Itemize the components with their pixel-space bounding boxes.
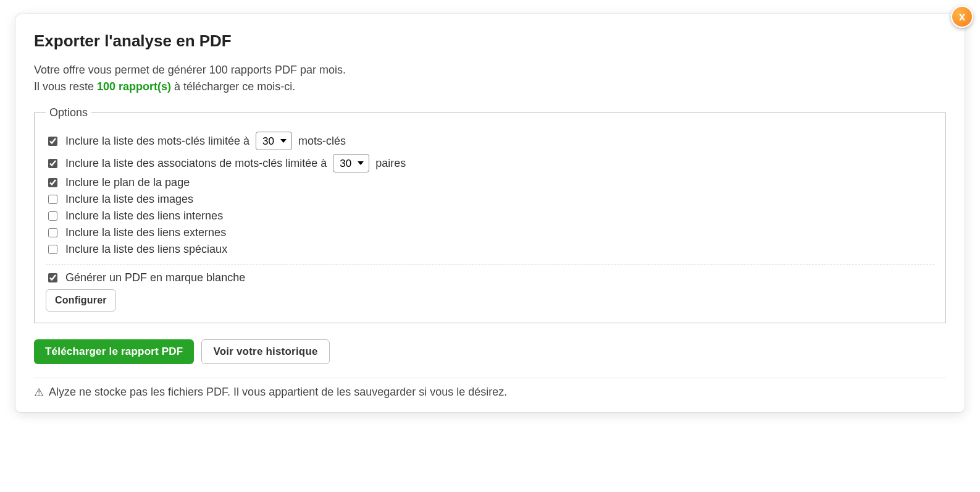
label-associations-prefix: Inclure la liste des associatons de mots…: [65, 157, 327, 170]
download-pdf-button[interactable]: Télécharger le rapport PDF: [34, 339, 194, 364]
option-internal-links: Inclure la liste des liens internes: [46, 210, 934, 223]
options-separator: [46, 265, 934, 265]
footer-note: ⚠ Alyze ne stocke pas les fichiers PDF. …: [34, 386, 946, 399]
remaining-count: 100 rapport(s): [97, 80, 171, 93]
intro-text: Votre offre vous permet de générer 100 r…: [34, 62, 946, 95]
intro-line2-prefix: Il vous reste: [34, 80, 97, 93]
label-associations-suffix: paires: [375, 157, 406, 170]
footer-note-text: Alyze ne stocke pas les fichiers PDF. Il…: [49, 386, 507, 399]
option-keywords: Inclure la liste des mots-clés limitée à…: [46, 132, 934, 150]
label-keywords-prefix: Inclure la liste des mots-clés limitée à: [65, 135, 249, 148]
checkbox-external-links[interactable]: [48, 228, 57, 237]
view-history-button[interactable]: Voir votre historique: [201, 339, 329, 364]
warning-icon: ⚠: [34, 387, 44, 398]
checkbox-keywords[interactable]: [48, 137, 57, 146]
select-associations-limit[interactable]: 30: [333, 154, 369, 172]
label-keywords-suffix: mots-clés: [298, 135, 346, 148]
dialog-actions: Télécharger le rapport PDF Voir votre hi…: [34, 339, 946, 364]
checkbox-images[interactable]: [48, 195, 57, 204]
intro-line1: Votre offre vous permet de générer 100 r…: [34, 64, 346, 76]
intro-line2-suffix: à télécharger ce mois-ci.: [171, 80, 295, 93]
options-fieldset: Options Inclure la liste des mots-clés l…: [34, 106, 946, 323]
dialog-title: Exporter l'analyse en PDF: [34, 32, 946, 51]
checkbox-special-links[interactable]: [48, 245, 57, 254]
label-internal-links: Inclure la liste des liens internes: [65, 210, 223, 223]
option-images: Inclure la liste des images: [46, 193, 934, 206]
configure-button[interactable]: Configurer: [46, 289, 116, 312]
close-button[interactable]: x: [951, 6, 973, 28]
checkbox-plan[interactable]: [48, 178, 57, 187]
footer-separator: [34, 378, 946, 378]
export-pdf-dialog: x Exporter l'analyse en PDF Votre offre …: [15, 14, 965, 413]
option-plan: Inclure le plan de la page: [46, 176, 934, 189]
options-legend: Options: [46, 106, 91, 119]
label-special-links: Inclure la liste des liens spéciaux: [65, 243, 227, 256]
checkbox-whitelabel[interactable]: [48, 273, 57, 282]
close-icon: x: [959, 11, 965, 23]
option-special-links: Inclure la liste des liens spéciaux: [46, 243, 934, 256]
label-external-links: Inclure la liste des liens externes: [65, 226, 226, 239]
option-whitelabel: Générer un PDF en marque blanche: [46, 271, 934, 284]
label-images: Inclure la liste des images: [65, 193, 193, 206]
checkbox-associations[interactable]: [48, 159, 57, 168]
checkbox-internal-links[interactable]: [48, 211, 57, 221]
label-plan: Inclure le plan de la page: [65, 176, 190, 189]
label-whitelabel: Générer un PDF en marque blanche: [65, 271, 245, 284]
option-associations: Inclure la liste des associatons de mots…: [46, 154, 934, 172]
select-keywords-limit[interactable]: 30: [256, 132, 292, 150]
option-external-links: Inclure la liste des liens externes: [46, 226, 934, 239]
